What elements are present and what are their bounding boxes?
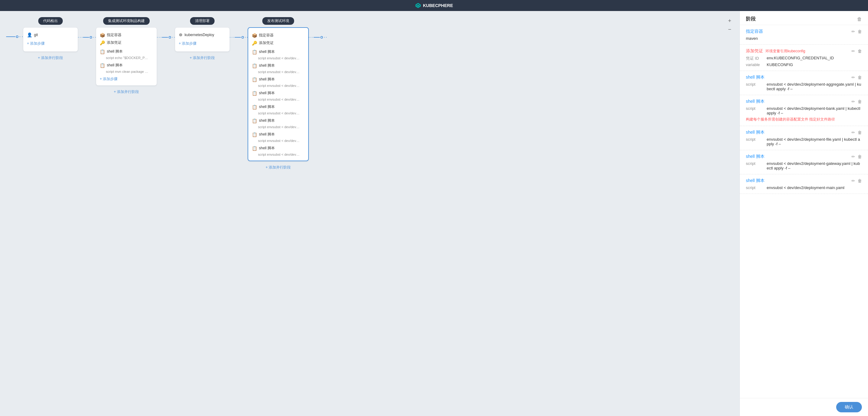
panel-section-shell-5: shell 脚本 ✏ 🗑 script envsubst < dev/dev2/… (740, 174, 868, 194)
credential-id-value: env.KUBECONFIG_CREDENTIAL_ID (767, 56, 834, 60)
step-shell-label-2b: shell 脚本 (107, 63, 123, 68)
step-shell-script-2a: script echo "$DOCKER_PAS... (100, 55, 149, 60)
shell-1-edit-btn[interactable]: ✏ (851, 75, 855, 80)
add-parallel-btn-4[interactable]: + 添加并行阶段 (266, 165, 291, 170)
step-shell-label-4d: shell 脚本 (259, 91, 275, 96)
shell-2-note: 构建每个服务所需创建的容器配置文件 指定好文件路径 (746, 117, 862, 122)
shell-2-edit-btn[interactable]: ✏ (851, 99, 855, 104)
shell-icon-4a: 📋 (252, 50, 257, 55)
shell-3-section-label[interactable]: shell 脚本 (746, 130, 765, 135)
step-git-label: git (34, 33, 38, 37)
step-shell-4g[interactable]: 📋 shell 脚本 (252, 131, 305, 138)
stage-wrapper-1: 代码检出 👤 git + 添加步骤 + 添加并行阶段 (6, 17, 78, 61)
pipeline-controls: + − (726, 17, 733, 33)
shell-5-section-actions: ✏ 🗑 (851, 178, 862, 183)
add-parallel-btn-3[interactable]: + 添加并行阶段 (190, 55, 215, 61)
stage-label-2: 集成测试环境制品构建 (103, 17, 150, 25)
credential-id-field: 凭证 ID env.KUBECONFIG_CREDENTIAL_ID (746, 56, 862, 61)
shell-5-edit-btn[interactable]: ✏ (851, 178, 855, 183)
container-icon-4: 📦 (252, 33, 257, 38)
stage-wrapper-4: 发布测试环境 📦 指定容器 🔑 添加凭证 📋 s (248, 17, 309, 170)
add-parallel-btn-1[interactable]: + 添加并行阶段 (38, 55, 63, 61)
stage-label-1: 代码检出 (38, 17, 63, 25)
container-delete-btn[interactable]: 🗑 (858, 29, 862, 34)
step-shell-4e[interactable]: 📋 shell 脚本 (252, 103, 305, 111)
step-shell-4c[interactable]: 📋 shell 脚本 (252, 75, 305, 83)
step-deploy-3[interactable]: ☸ kubernetesDeploy (179, 31, 226, 38)
step-shell-script-4d: script envsubst < dev/dev2/... (252, 97, 301, 102)
credential-section-label[interactable]: 添加凭证 (746, 48, 763, 54)
step-container-label-4: 指定容器 (259, 33, 274, 38)
credential-id-label: 凭证 ID (746, 56, 764, 61)
shell-4-script-value: envsubst < dev/dev2/deployment-gateway.y… (767, 161, 862, 170)
shell-5-delete-btn[interactable]: 🗑 (858, 178, 862, 183)
container-section-label[interactable]: 指定容器 (746, 29, 763, 34)
step-shell-4f[interactable]: 📋 shell 脚本 (252, 117, 305, 125)
step-shell-4b[interactable]: 📋 shell 脚本 (252, 62, 305, 69)
shell-1-delete-btn[interactable]: 🗑 (858, 75, 862, 80)
shell-4-section-label[interactable]: shell 脚本 (746, 154, 765, 159)
stage-wrapper-3: 清理部署 ☸ kubernetesDeploy + 添加步骤 + 添加并行阶段 (175, 17, 230, 61)
left-btn-group-1 (6, 35, 23, 38)
shell-5-script-field: script envsubst < dev/dev2/deployment-ma… (746, 185, 862, 190)
shell-4-delete-btn[interactable]: 🗑 (858, 154, 862, 159)
container-edit-btn[interactable]: ✏ (851, 29, 855, 34)
shell-icon-4h: 📋 (252, 146, 257, 151)
right-panel-delete-btn[interactable]: 🗑 (857, 17, 862, 22)
right-panel: 阶段 🗑 指定容器 ✏ 🗑 maven (740, 11, 868, 416)
panel-section-title-shell-3: shell 脚本 ✏ 🗑 (746, 130, 862, 135)
panel-section-title-shell-2: shell 脚本 ✏ 🗑 (746, 99, 862, 104)
step-git[interactable]: 👤 git (27, 31, 74, 38)
panel-section-shell-2: shell 脚本 ✏ 🗑 script envsubst < dev/dev2/… (740, 95, 868, 126)
stage-card-2[interactable]: 📦 指定容器 🔑 添加凭证 📋 shell 脚本 script echo "$D… (96, 27, 157, 86)
panel-section-title-shell-1: shell 脚本 ✏ 🗑 (746, 75, 862, 80)
step-credential-2[interactable]: 🔑 添加凭证 (100, 39, 153, 46)
container-icon-2: 📦 (100, 33, 105, 38)
panel-section-title-container: 指定容器 ✏ 🗑 (746, 29, 862, 34)
zoom-out-button[interactable]: − (726, 26, 733, 33)
shell-icon-4d: 📋 (252, 91, 257, 96)
step-credential-4[interactable]: 🔑 添加凭证 (252, 39, 305, 47)
shell-2-section-label[interactable]: shell 脚本 (746, 99, 765, 104)
panel-section-title-credential: 添加凭证 环境变量引用kubeconfig ✏ 🗑 (746, 48, 862, 54)
step-shell-2a[interactable]: 📋 shell 脚本 (100, 48, 153, 55)
step-shell-label-4b: shell 脚本 (259, 63, 275, 68)
shell-icon-4g: 📋 (252, 132, 257, 137)
step-shell-4h[interactable]: 📋 shell 脚本 (252, 145, 305, 152)
shell-3-edit-btn[interactable]: ✏ (851, 130, 855, 135)
stage-card-1[interactable]: 👤 git + 添加步骤 (23, 27, 78, 52)
stage-wrapper-2: 集成测试环境制品构建 📦 指定容器 🔑 添加凭证 📋 shell 脚本 (96, 17, 157, 95)
shell-1-section-label[interactable]: shell 脚本 (746, 75, 765, 80)
step-shell-label-4h: shell 脚本 (259, 146, 275, 151)
add-step-btn-2[interactable]: + 添加步骤 (100, 76, 118, 82)
panel-section-title-shell-5: shell 脚本 ✏ 🗑 (746, 178, 862, 184)
shell-4-edit-btn[interactable]: ✏ (851, 154, 855, 159)
step-shell-4a[interactable]: 📋 shell 脚本 (252, 48, 305, 56)
right-panel-header: 阶段 🗑 (740, 11, 868, 25)
confirm-button[interactable]: 确认 (836, 402, 862, 412)
step-shell-label-4g: shell 脚本 (259, 132, 275, 137)
deploy-icon-3: ☸ (179, 32, 183, 37)
right-panel-title: 阶段 (746, 16, 756, 22)
add-step-btn-1[interactable]: + 添加步骤 (27, 41, 45, 46)
shell-5-section-label[interactable]: shell 脚本 (746, 178, 765, 184)
credential-icon-2: 🔑 (100, 40, 105, 45)
step-container-4[interactable]: 📦 指定容器 (252, 32, 305, 39)
credential-edit-btn[interactable]: ✏ (851, 49, 855, 54)
shell-3-delete-btn[interactable]: 🗑 (858, 130, 862, 135)
container-maven-field: maven (746, 36, 862, 41)
shell-2-delete-btn[interactable]: 🗑 (858, 99, 862, 104)
step-container-2[interactable]: 📦 指定容器 (100, 31, 153, 39)
add-parallel-btn-2[interactable]: + 添加并行阶段 (114, 89, 139, 95)
credential-delete-btn[interactable]: 🗑 (858, 49, 862, 54)
step-container-label-2: 指定容器 (107, 32, 122, 38)
connector-2-3 (157, 36, 175, 38)
add-step-btn-3[interactable]: + 添加步骤 (179, 41, 196, 46)
stage-column-3: 清理部署 ☸ kubernetesDeploy + 添加步骤 + 添加并行阶段 (175, 17, 230, 61)
shell-1-script-label: script (746, 82, 764, 87)
stage-card-4[interactable]: 📦 指定容器 🔑 添加凭证 📋 shell 脚本 script envs (248, 27, 309, 161)
zoom-in-button[interactable]: + (726, 17, 733, 25)
step-shell-4d[interactable]: 📋 shell 脚本 (252, 89, 305, 97)
step-shell-2b[interactable]: 📋 shell 脚本 (100, 62, 153, 69)
stage-card-3[interactable]: ☸ kubernetesDeploy + 添加步骤 (175, 27, 230, 52)
